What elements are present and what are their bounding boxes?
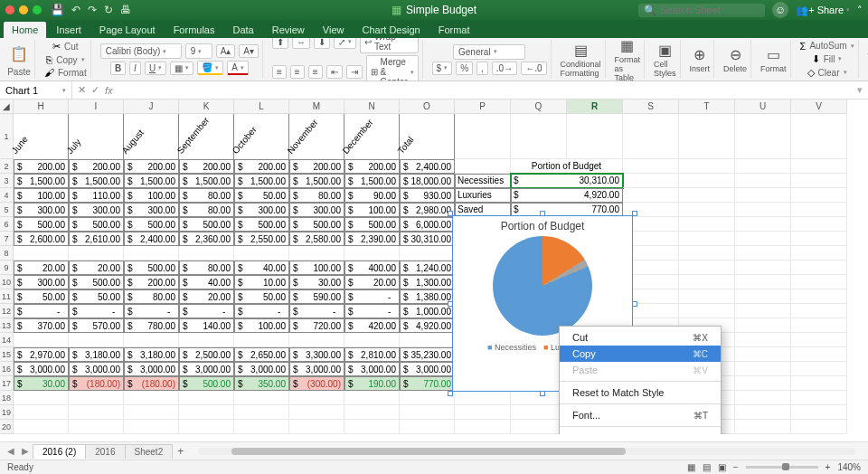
cell[interactable]: $3,180.00 bbox=[69, 347, 124, 362]
cell[interactable]: $2,600.00 bbox=[14, 232, 69, 246]
clear-icon[interactable]: ◇ bbox=[807, 67, 815, 79]
decrease-indent-button[interactable]: ⇤ bbox=[326, 65, 343, 79]
cell[interactable]: $3,000.00 bbox=[69, 362, 124, 376]
repeat-icon[interactable]: ↻ bbox=[104, 4, 113, 16]
cell[interactable]: $1,500.00 bbox=[69, 174, 124, 188]
ribbon-tab-data[interactable]: Data bbox=[224, 22, 261, 38]
cell[interactable]: $300.00 bbox=[14, 203, 69, 217]
cell[interactable] bbox=[69, 333, 124, 347]
add-sheet-button[interactable]: + bbox=[172, 445, 189, 458]
copy-icon[interactable]: ⎘ bbox=[46, 54, 52, 65]
cell[interactable]: $1,380.00 bbox=[400, 289, 455, 304]
ribbon-tab-home[interactable]: Home bbox=[4, 22, 46, 38]
cell[interactable]: $3,000.00 bbox=[234, 362, 289, 376]
col-header-J[interactable]: J bbox=[124, 100, 179, 114]
cell[interactable]: $50.00 bbox=[234, 289, 289, 304]
formula-expand-icon[interactable]: ▾ bbox=[852, 84, 868, 96]
window-minimize-button[interactable] bbox=[19, 5, 28, 14]
cell[interactable]: $500.00 bbox=[69, 275, 124, 289]
redo-icon[interactable]: ↷ bbox=[88, 4, 97, 16]
row-header-1[interactable]: 1 bbox=[0, 114, 14, 159]
cell[interactable]: $300.00 bbox=[124, 203, 179, 217]
save-icon[interactable]: 💾 bbox=[51, 4, 64, 16]
side-value[interactable]: $4,920.00 bbox=[511, 188, 623, 203]
cell[interactable]: $2,610.00 bbox=[69, 232, 124, 246]
cell[interactable]: $400.00 bbox=[344, 261, 400, 275]
cell[interactable]: $80.00 bbox=[124, 289, 179, 304]
window-maximize-button[interactable] bbox=[33, 5, 42, 14]
cell[interactable]: $1,240.00 bbox=[400, 261, 455, 275]
cell[interactable]: $370.00 bbox=[14, 318, 69, 333]
cell[interactable]: $80.00 bbox=[289, 188, 344, 203]
cell[interactable]: $3,000.00 bbox=[289, 362, 344, 376]
insert-cells-button[interactable]: ⊕Insert bbox=[690, 46, 711, 73]
cell[interactable]: $780.00 bbox=[124, 318, 179, 333]
font-color-button[interactable]: A▾ bbox=[227, 61, 249, 75]
cell[interactable]: $590.00 bbox=[289, 289, 344, 304]
zoom-level[interactable]: 140% bbox=[837, 462, 861, 472]
cell[interactable]: $500.00 bbox=[69, 217, 124, 232]
cell[interactable]: $1,500.00 bbox=[344, 174, 400, 188]
cell[interactable]: $- bbox=[179, 304, 234, 318]
cell[interactable]: $300.00 bbox=[289, 203, 344, 217]
name-box[interactable]: Chart 1 ▾ bbox=[0, 81, 72, 99]
row-header-11[interactable]: 11 bbox=[0, 289, 14, 304]
sheet-nav-prev[interactable]: ◀ bbox=[4, 446, 18, 456]
cell[interactable]: $20.00 bbox=[69, 261, 124, 275]
cell[interactable] bbox=[289, 246, 344, 261]
cell[interactable]: $200.00 bbox=[179, 159, 234, 174]
cell[interactable]: $3,000.00 bbox=[14, 362, 69, 376]
cell[interactable]: $300.00 bbox=[234, 203, 289, 217]
cell[interactable]: $720.00 bbox=[289, 318, 344, 333]
bold-button[interactable]: B bbox=[110, 62, 126, 75]
comma-button[interactable]: , bbox=[476, 62, 488, 75]
cell[interactable]: $2,580.00 bbox=[289, 232, 344, 246]
cell[interactable]: $3,000.00 bbox=[400, 362, 455, 376]
cell[interactable] bbox=[400, 333, 455, 347]
cell[interactable]: $190.00 bbox=[344, 376, 400, 391]
cell[interactable]: $2,810.00 bbox=[344, 347, 400, 362]
ribbon-collapse-icon[interactable]: ˄ bbox=[857, 5, 863, 16]
paste-button[interactable]: 📋 bbox=[7, 42, 31, 65]
cell[interactable]: $500.00 bbox=[124, 261, 179, 275]
ctx-font-[interactable]: Font...⌘T bbox=[560, 407, 721, 423]
col-header-H[interactable]: H bbox=[14, 100, 69, 114]
ribbon-tab-view[interactable]: View bbox=[315, 22, 353, 38]
col-header-S[interactable]: S bbox=[623, 100, 679, 114]
ribbon-tab-page-layout[interactable]: Page Layout bbox=[91, 22, 164, 38]
cell[interactable] bbox=[344, 333, 400, 347]
row-header-12[interactable]: 12 bbox=[0, 304, 14, 318]
search-input[interactable] bbox=[660, 5, 760, 15]
row-header-16[interactable]: 16 bbox=[0, 362, 14, 376]
pie-chart[interactable] bbox=[493, 236, 592, 336]
ctx-cut[interactable]: Cut⌘X bbox=[560, 329, 721, 346]
cell[interactable]: $2,650.00 bbox=[234, 347, 289, 362]
cell[interactable]: $500.00 bbox=[289, 217, 344, 232]
cell[interactable]: $1,500.00 bbox=[234, 174, 289, 188]
horizontal-scrollbar[interactable] bbox=[198, 448, 855, 455]
cell[interactable]: $500.00 bbox=[179, 376, 234, 391]
cell[interactable]: $30,310.00 bbox=[400, 232, 455, 246]
cell[interactable] bbox=[69, 246, 124, 261]
cell[interactable]: $1,500.00 bbox=[124, 174, 179, 188]
fill-color-button[interactable]: 🪣▾ bbox=[197, 61, 223, 75]
row-header-18[interactable]: 18 bbox=[0, 391, 14, 405]
align-top-button[interactable]: ⬆ bbox=[272, 38, 288, 49]
cell[interactable]: $3,000.00 bbox=[179, 362, 234, 376]
cell[interactable]: $100.00 bbox=[14, 188, 69, 203]
col-header-O[interactable]: O bbox=[400, 100, 455, 114]
align-bottom-button[interactable]: ⬇ bbox=[314, 38, 330, 49]
select-all-corner[interactable]: ◢ bbox=[0, 100, 14, 114]
ribbon-tab-format[interactable]: Format bbox=[430, 22, 478, 38]
window-close-button[interactable] bbox=[5, 5, 14, 14]
cell[interactable]: $20.00 bbox=[14, 261, 69, 275]
cell[interactable]: $50.00 bbox=[234, 188, 289, 203]
cell[interactable]: $30.00 bbox=[289, 275, 344, 289]
row-header-2[interactable]: 2 bbox=[0, 159, 14, 174]
shrink-font-button[interactable]: A▾ bbox=[239, 44, 259, 58]
col-header-Q[interactable]: Q bbox=[511, 100, 567, 114]
cell[interactable]: $80.00 bbox=[179, 188, 234, 203]
side-value[interactable]: $30,310.00 bbox=[511, 174, 623, 188]
cell[interactable]: $35,230.00 bbox=[400, 347, 455, 362]
merge-center-button[interactable]: ⊞ Merge & Center▾ bbox=[366, 55, 419, 81]
